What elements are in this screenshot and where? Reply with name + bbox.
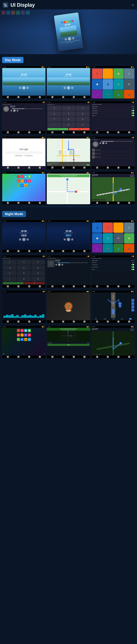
social-nav-2[interactable]: ♪ [107, 166, 109, 168]
night-nav-btn-3[interactable]: ⚙ [118, 356, 120, 358]
goog-nav-3[interactable]: ⚙ [28, 166, 30, 168]
go-btn[interactable]: GO [86, 164, 90, 166]
night-answer-btn[interactable]: 📞 [3, 282, 24, 284]
app-bt[interactable]: ⚡ [113, 79, 124, 90]
nav-up[interactable]: ↑ [132, 299, 134, 302]
night-auto-answer-toggle[interactable] [132, 264, 134, 265]
music-item-3[interactable]: 华乐_021.mp3 [92, 156, 134, 159]
end-btn[interactable]: 📵 [69, 128, 90, 130]
night-eq-nav-1[interactable]: 📞 [7, 320, 9, 322]
nav-auto-2[interactable]: A [73, 131, 75, 133]
night-road-nav-3[interactable]: ⚙ [118, 320, 120, 322]
night-road-nav-1[interactable]: ⌂ [96, 320, 98, 322]
app-3[interactable]: BT [124, 79, 134, 90]
night-settings-nav-1[interactable]: 📞 [96, 285, 98, 287]
map-nav-3[interactable]: ⚙ [73, 166, 75, 168]
night-app-phone[interactable]: 📞 [103, 222, 113, 233]
night-nav-1c[interactable]: A [28, 250, 30, 252]
ios-app-5[interactable]: ❤ [28, 180, 31, 182]
ios-app-music[interactable]: ♪ [20, 180, 24, 182]
app-files[interactable]: 📁 [113, 68, 124, 79]
night-np-prev[interactable]: ⏮ [130, 330, 132, 331]
dial-3[interactable]: 3 [76, 106, 90, 111]
ios-app-9[interactable]: 🎵 [28, 184, 31, 187]
google-search-bar[interactable] [6, 152, 42, 154]
nr-btn-1[interactable]: ABC [95, 318, 98, 320]
ios-nav-2[interactable]: ← [18, 202, 20, 204]
play-btn-2[interactable]: ⏸ [67, 86, 70, 90]
night-rest-nav-1[interactable]: ⌂ [52, 356, 54, 358]
night-end-btn[interactable]: 📵 [24, 282, 45, 284]
auto-answer-toggle[interactable] [132, 110, 134, 111]
app-nav[interactable]: 🧭 [92, 79, 102, 90]
night-bt-play[interactable]: ▶ [58, 264, 60, 266]
np-next[interactable]: ⏭ [133, 176, 134, 177]
nav-phone[interactable]: 📞 [7, 131, 9, 133]
night-app-4[interactable]: 🎵 [92, 244, 102, 252]
nav-phone-2[interactable]: 📞 [52, 131, 54, 133]
app-5[interactable]: 📷 [103, 90, 113, 98]
night-nav-btn-4[interactable]: ☰ [128, 356, 130, 358]
night-call-nav-3[interactable]: A [28, 285, 30, 287]
night-dial-2[interactable]: 2 [17, 260, 30, 265]
night-nav-btn-1[interactable]: ⌂ [96, 356, 98, 358]
answer-btn[interactable]: 📞 [48, 128, 68, 130]
night-call-nav-1[interactable]: 📞 [7, 285, 9, 287]
night-next-2[interactable]: ⏭ [71, 238, 74, 241]
night-nav-2d[interactable]: ☰ [84, 250, 86, 252]
map-nav-2[interactable]: ← [62, 166, 64, 168]
next-btn[interactable]: ⏭ [26, 86, 29, 89]
night-dial-1[interactable]: 1 [3, 260, 16, 265]
social-next[interactable]: ⏭ [105, 142, 107, 144]
night-bt-next[interactable]: ⏭ [61, 264, 63, 266]
night-dial-3[interactable]: 3 [31, 260, 45, 265]
bt-play[interactable]: ▶ [13, 110, 16, 112]
night-ios-safari[interactable]: 🧭 [24, 329, 27, 332]
night-eq-nav-4[interactable]: ☰ [39, 320, 41, 322]
night-road-nav-4[interactable]: ☰ [128, 320, 130, 322]
settings-icon[interactable]: ⚙ [18, 96, 20, 98]
app-phone[interactable]: 📞 [92, 68, 102, 79]
night-ios-nav-2[interactable]: ← [18, 356, 20, 358]
night-dial-hash[interactable]: # [31, 276, 45, 282]
ios-app-podcast[interactable]: 🎙 [24, 180, 27, 182]
nav-menu-2[interactable]: ☰ [84, 131, 86, 133]
hero-play-btn[interactable]: ⏸ [68, 37, 71, 40]
night-ios-5[interactable]: ❤ [28, 334, 31, 336]
night-np-play[interactable]: ▶ [132, 330, 132, 331]
night-ios-mail[interactable]: ✉ [20, 329, 24, 332]
night-ios-6[interactable]: 📻 [17, 338, 20, 341]
ios-app-8[interactable]: 📸 [24, 184, 27, 187]
nav-music[interactable]: ♪ [18, 131, 20, 133]
night-ios-yt[interactable]: ▶ [17, 334, 20, 336]
night-ios-music[interactable]: ♪ [20, 334, 24, 336]
dial-6[interactable]: 6 [76, 111, 90, 116]
night-ios-nav-3[interactable]: ⚙ [28, 356, 30, 358]
night-rest-nav-3[interactable]: ⚙ [73, 356, 75, 358]
app-settings[interactable]: ⚙ [124, 68, 134, 79]
night-play-2[interactable]: ⏸ [67, 238, 70, 241]
ios-nav-3[interactable]: ⚙ [28, 202, 30, 204]
prev-btn[interactable]: ⏮ [19, 86, 22, 89]
app-7[interactable]: 📺 [124, 90, 134, 98]
night-next-1[interactable]: ⏭ [26, 238, 29, 241]
night-nav-1d[interactable]: ☰ [39, 250, 41, 252]
nav-btn-4[interactable]: ☰ [128, 202, 130, 204]
music-item-1[interactable]: 华乐_019.mp3 [92, 148, 134, 152]
hero-next-btn[interactable]: ⏭ [72, 37, 75, 40]
night-music-nav-1[interactable]: 📞 [52, 285, 54, 287]
nav-down[interactable]: ↓ [132, 305, 134, 308]
dial-0[interactable]: 0 [62, 122, 75, 128]
night-dial-7[interactable]: 7 [3, 271, 16, 276]
auto-icon[interactable]: A [28, 96, 30, 98]
night-rest-nav-4[interactable]: ☰ [84, 356, 86, 358]
night-dial-9[interactable]: 9 [31, 271, 45, 276]
nr-btn-2[interactable]: DEF [104, 318, 106, 320]
night-music-nav-2[interactable]: ♪ [62, 285, 64, 287]
nav-btn-2[interactable]: ← [107, 202, 109, 204]
social-play[interactable]: ▶ [102, 142, 104, 144]
night-ios-nav-4[interactable]: ☰ [39, 356, 41, 358]
hamburger-right-icon[interactable]: ≡ [132, 3, 134, 7]
social-nav-4[interactable]: ☰ [128, 166, 130, 168]
night-dial-6[interactable]: 6 [31, 265, 45, 270]
